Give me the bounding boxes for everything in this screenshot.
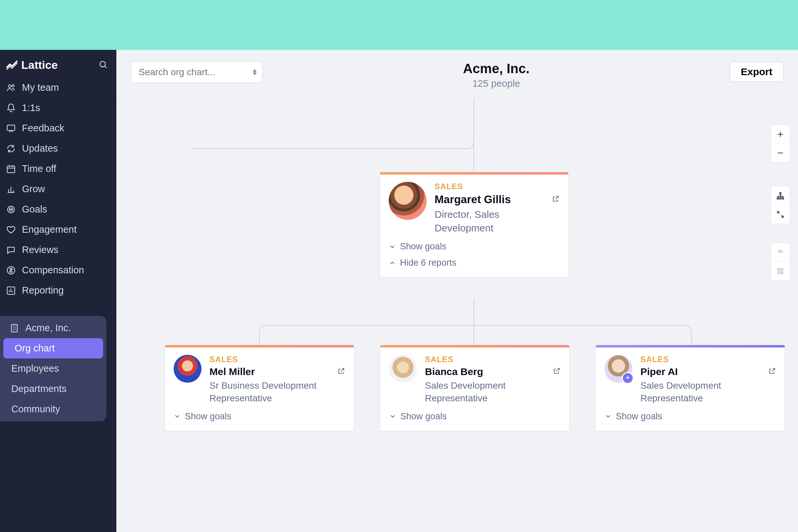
person-name: Margaret Gillis — [435, 193, 511, 206]
person-name: Bianca Berg — [425, 366, 483, 377]
person-title: Sales Development Representative — [425, 379, 560, 405]
brand-logo[interactable]: Lattice — [6, 58, 58, 72]
show-goals-label: Show goals — [185, 411, 231, 422]
sidebar-item-label: Reviews — [22, 244, 58, 255]
people-icon — [6, 83, 16, 93]
sidebar-item-compensation[interactable]: Compensation — [0, 260, 116, 280]
svg-point-3 — [12, 84, 14, 87]
svg-line-1 — [105, 66, 107, 68]
show-goals-button[interactable]: Show goals — [174, 409, 345, 424]
chevron-down-icon — [389, 413, 396, 420]
sidebar-item-employees[interactable]: Employees — [0, 358, 107, 379]
show-goals-button[interactable]: Show goals — [389, 240, 559, 254]
main: Acme, Inc. 125 people Export — [116, 50, 798, 532]
feedback-icon — [6, 124, 16, 133]
chart-icon — [6, 286, 16, 296]
sidebar-item-label: Community — [11, 404, 60, 415]
sidebar-item-label: Reporting — [22, 285, 64, 296]
sidebar-item-departments[interactable]: Departments — [0, 379, 107, 399]
show-goals-label: Show goals — [400, 241, 446, 252]
department-label: SALES — [425, 355, 560, 364]
open-profile-button[interactable] — [553, 367, 560, 376]
grow-icon — [6, 184, 16, 194]
sidebar-item-label: Grow — [22, 184, 45, 194]
sort-caret-icon[interactable] — [253, 69, 257, 75]
export-button[interactable]: Export — [730, 62, 783, 82]
chevron-down-icon — [389, 243, 396, 250]
sidebar-item-goals[interactable]: Goals — [0, 199, 116, 220]
sidebar-item-org-chart[interactable]: Org chart — [3, 338, 103, 358]
sidebar-item-updates[interactable]: Updates — [0, 138, 116, 158]
card-accent — [380, 345, 569, 347]
refresh-icon — [6, 144, 16, 154]
people-count: 125 people — [463, 78, 529, 89]
sidebar-item-time-off[interactable]: Time off — [0, 158, 116, 179]
svg-point-2 — [8, 85, 11, 88]
avatar — [605, 355, 632, 383]
sidebar-item-reporting[interactable]: Reporting — [0, 280, 116, 301]
search-input[interactable] — [131, 61, 263, 83]
building-icon — [9, 323, 19, 333]
svg-rect-11 — [11, 324, 17, 332]
page-title: Acme, Inc. — [463, 61, 529, 76]
show-goals-label: Show goals — [616, 411, 662, 422]
top-banner — [0, 0, 798, 50]
sidebar-item-label: Org chart — [15, 343, 55, 354]
chevron-up-icon — [389, 259, 396, 267]
person-card-root[interactable]: SALES Margaret Gillis Director, Sales De… — [380, 172, 569, 278]
open-profile-button[interactable] — [552, 195, 559, 204]
show-goals-button[interactable]: Show goals — [605, 409, 776, 424]
person-title: Director, Sales Development — [435, 208, 559, 235]
ai-badge-icon — [622, 372, 634, 384]
external-link-icon — [553, 367, 560, 375]
sidebar-item-feedback[interactable]: Feedback — [0, 118, 116, 138]
search-icon — [98, 60, 108, 69]
sidebar-item-community[interactable]: Community — [0, 399, 107, 419]
svg-rect-5 — [7, 166, 15, 173]
sidebar-item-label: My team — [22, 82, 59, 93]
external-link-icon — [337, 367, 345, 375]
external-link-icon — [552, 195, 559, 203]
sidebar-item-label: Feedback — [22, 123, 64, 134]
bell-icon — [6, 103, 16, 113]
sidebar-item-label: Acme, Inc. — [25, 323, 71, 334]
show-goals-label: Show goals — [400, 411, 447, 422]
org-chart-canvas[interactable]: SALES Margaret Gillis Director, Sales De… — [116, 99, 798, 532]
show-goals-button[interactable]: Show goals — [389, 409, 560, 424]
person-name: Mel Miller — [209, 366, 255, 377]
person-card-piper[interactable]: SALES Piper AI Sales Development Represe… — [595, 345, 785, 431]
person-title: Sales Development Representative — [640, 379, 776, 405]
sidebar-item-1on1s[interactable]: 1:1s — [0, 98, 116, 118]
hide-reports-button[interactable]: Hide 6 reports — [389, 256, 559, 270]
sidebar-item-my-team[interactable]: My team — [0, 77, 116, 98]
person-card-mel[interactable]: SALES Mel Miller Sr Business Development… — [165, 345, 354, 431]
card-accent — [596, 345, 785, 347]
svg-point-0 — [100, 61, 106, 67]
sidebar-item-label: Time off — [22, 163, 56, 174]
timeoff-icon — [6, 164, 16, 174]
card-accent — [165, 345, 354, 347]
chevron-down-icon — [174, 413, 181, 420]
sidebar-item-engagement[interactable]: Engagement — [0, 220, 116, 240]
open-profile-button[interactable] — [768, 367, 776, 376]
svg-point-6 — [8, 206, 14, 213]
sidebar-item-label: Updates — [22, 143, 58, 154]
sidebar-section-header[interactable]: Acme, Inc. — [0, 318, 107, 338]
sidebar-item-grow[interactable]: Grow — [0, 179, 116, 199]
department-label: SALES — [209, 355, 345, 364]
person-card-bianca[interactable]: SALES Bianca Berg Sales Development Repr… — [380, 345, 570, 431]
sidebar-nav: My team 1:1s Feedback Updates Time off G… — [0, 77, 116, 301]
external-link-icon — [768, 367, 776, 375]
department-label: SALES — [435, 182, 559, 191]
sidebar-search-button[interactable] — [98, 60, 108, 70]
chat-icon — [6, 245, 16, 255]
sidebar-item-label: 1:1s — [22, 102, 40, 113]
svg-point-7 — [9, 208, 13, 211]
sidebar-item-label: Employees — [11, 363, 59, 374]
open-profile-button[interactable] — [337, 367, 345, 376]
sidebar-item-reviews[interactable]: Reviews — [0, 240, 116, 260]
brand-name: Lattice — [21, 58, 58, 72]
hide-reports-label: Hide 6 reports — [400, 258, 457, 268]
card-accent — [380, 172, 568, 174]
svg-point-8 — [11, 209, 12, 210]
